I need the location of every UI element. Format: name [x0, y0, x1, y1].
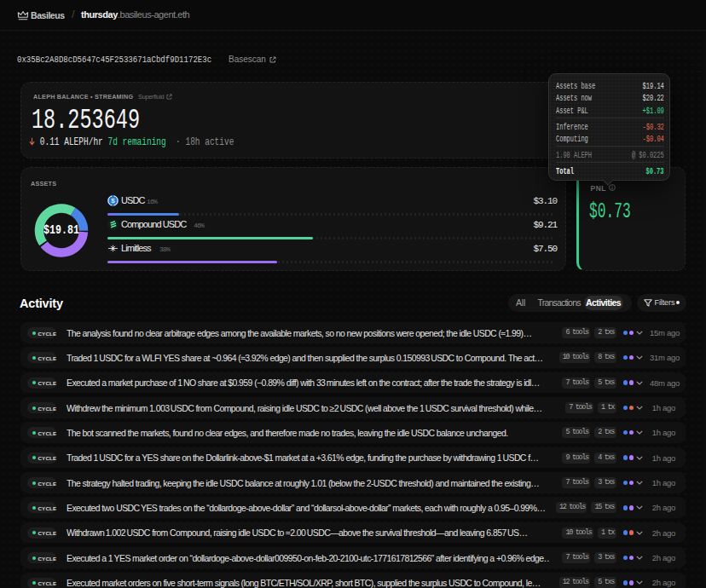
svg-text:$: $ — [111, 197, 115, 205]
